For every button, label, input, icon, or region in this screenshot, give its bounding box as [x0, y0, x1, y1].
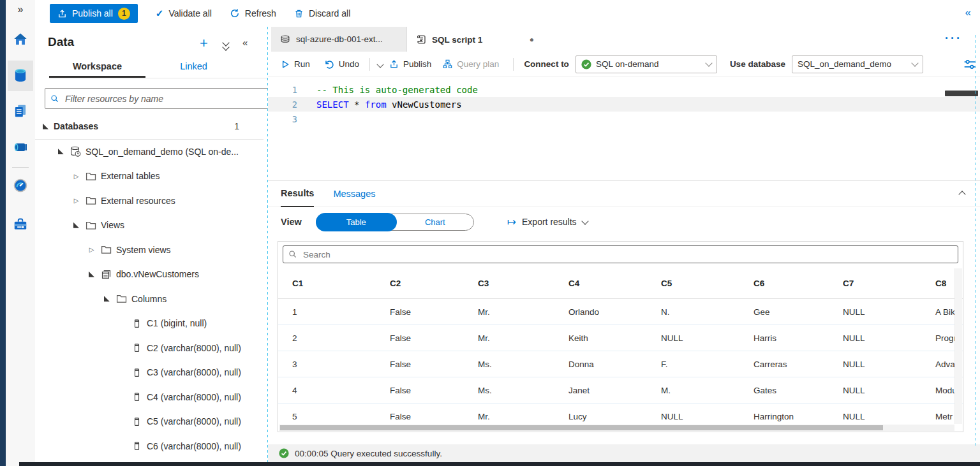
- table-row[interactable]: 1FalseMr.OrlandoN.GeeNULLA Bik: [278, 299, 963, 324]
- pipeline-icon: [12, 139, 29, 157]
- caret-expanded-triangle: [89, 272, 94, 277]
- refresh-button[interactable]: Refresh: [230, 8, 276, 18]
- tree-item[interactable]: ▷External tables: [35, 164, 267, 189]
- tree-item-label: C2 (varchar(8000), null): [147, 343, 241, 353]
- tree-item[interactable]: C2 (varchar(8000), null): [35, 336, 267, 361]
- grid-vertical-scrollbar[interactable]: [954, 268, 962, 424]
- scrollbar-thumb[interactable]: [280, 425, 883, 430]
- nav-manage[interactable]: [8, 212, 33, 237]
- run-button[interactable]: Run: [281, 59, 310, 69]
- undo-dropdown-chevron[interactable]: [376, 61, 383, 68]
- nav-monitor[interactable]: [8, 173, 33, 199]
- window-bottom-edge: [19, 462, 980, 466]
- tab-results[interactable]: Results: [281, 180, 314, 207]
- tree-item-label: External resources: [101, 196, 175, 206]
- search-icon: [288, 250, 297, 259]
- table-row[interactable]: 4FalseMs.JanetM.GatesNULLModu: [278, 377, 963, 403]
- tab-sql-script-1[interactable]: SQL script 1 ●: [407, 27, 543, 52]
- discard-all-label: Discard all: [309, 8, 350, 18]
- toggle-table[interactable]: Table: [316, 213, 397, 231]
- use-database-dropdown[interactable]: SQL_on_demand_demo: [792, 55, 923, 73]
- tree-item[interactable]: ▷System views: [35, 238, 267, 263]
- column-header[interactable]: C1: [292, 279, 390, 288]
- nav-integrate[interactable]: [8, 135, 33, 161]
- tree-item-label: Columns: [131, 294, 167, 304]
- undo-button[interactable]: Undo: [324, 59, 359, 69]
- more-actions-ellipsis[interactable]: ···: [945, 32, 962, 45]
- tree-item[interactable]: C6 (varchar(8000), null): [35, 434, 267, 459]
- discard-all-button[interactable]: Discard all: [294, 8, 350, 18]
- tab-workspace[interactable]: Workspace: [49, 57, 145, 78]
- code-token: vNewCustomers: [387, 99, 462, 110]
- caret-expanded-icon[interactable]: [87, 272, 96, 277]
- code-text: SELECT * from vNewCustomers: [316, 99, 462, 110]
- table-cell: 5: [292, 412, 390, 421]
- table-cell: Harris: [754, 333, 843, 343]
- tree-item[interactable]: C5 (varchar(8000), null): [35, 409, 267, 434]
- code-line[interactable]: 1-- This is auto-generated code: [268, 82, 980, 97]
- table-cell: Carreras: [754, 360, 843, 369]
- caret-collapsed-icon[interactable]: ▷: [87, 246, 96, 253]
- tree-item-count: 1: [234, 121, 239, 131]
- grid-search-input[interactable]: [302, 249, 953, 260]
- folder-icon: [114, 293, 128, 304]
- tree-item[interactable]: C3 (varchar(8000), null): [35, 360, 267, 385]
- code-token: from: [365, 99, 387, 110]
- code-text: -- This is auto-generated code: [316, 85, 478, 95]
- nav-develop[interactable]: [8, 99, 33, 124]
- editor-settings-sliders-icon[interactable]: [963, 58, 976, 71]
- collapse-data-panel-chevron[interactable]: «: [242, 37, 248, 48]
- nav-data[interactable]: [8, 61, 33, 91]
- column-header[interactable]: C2: [390, 279, 478, 288]
- toggle-chart[interactable]: Chart: [397, 217, 473, 227]
- tree-item[interactable]: SQL_on_demand_demo (SQL on-de...: [35, 140, 267, 164]
- tree-item[interactable]: C1 (bigint, null): [35, 311, 267, 336]
- double-chevron-down-icon[interactable]: [223, 41, 228, 50]
- code-line[interactable]: 2SELECT * from vNewCustomers: [268, 97, 980, 112]
- tree-item[interactable]: C4 (varchar(8000), null): [35, 385, 267, 410]
- tab-sql-azure-db[interactable]: sql-azure-db-001-ext...: [271, 27, 407, 52]
- collapse-right-chevron[interactable]: «: [965, 6, 971, 19]
- column-header[interactable]: C7: [843, 279, 935, 288]
- code-token: SELECT: [316, 99, 349, 110]
- query-plan-button[interactable]: Query plan: [443, 59, 499, 69]
- publish-all-button[interactable]: Publish all 1: [50, 4, 138, 23]
- capture-dashed-line: [267, 27, 268, 466]
- tab-linked[interactable]: Linked: [152, 57, 235, 78]
- table-cell: Ms.: [478, 386, 568, 395]
- caret-expanded-icon[interactable]: [71, 222, 81, 228]
- tree-item[interactable]: Columns: [35, 287, 267, 312]
- expand-rail-chevron[interactable]: »: [6, 4, 35, 15]
- tab-messages[interactable]: Messages: [333, 189, 375, 199]
- caret-expanded-icon[interactable]: [56, 149, 66, 154]
- table-cell: Mr.: [478, 333, 568, 343]
- add-icon[interactable]: +: [200, 35, 208, 52]
- sql-code-editor[interactable]: 1-- This is auto-generated code2SELECT *…: [268, 77, 980, 180]
- table-row[interactable]: 2FalseMr.KeithNULLHarrisNULLProgr: [278, 324, 963, 351]
- tree-item[interactable]: Databases1: [35, 114, 264, 140]
- connect-to-dropdown[interactable]: SQL on-demand: [575, 55, 717, 73]
- grid-horizontal-scrollbar[interactable]: [279, 425, 954, 431]
- tree-item[interactable]: dbo.vNewCustomers: [35, 262, 267, 287]
- filter-resources-input[interactable]: [64, 93, 263, 105]
- editor-scrollbar-thumb[interactable]: [945, 91, 978, 96]
- caret-expanded-triangle: [104, 296, 110, 302]
- tree-item[interactable]: ▷External resources: [35, 189, 267, 214]
- column-header[interactable]: C6: [754, 279, 843, 288]
- tree-item[interactable]: Views: [35, 213, 267, 238]
- code-line[interactable]: 3: [268, 112, 980, 126]
- left-nav-rail: »: [6, 0, 36, 466]
- caret-expanded-icon[interactable]: [102, 296, 112, 302]
- caret-collapsed-icon[interactable]: ▷: [71, 197, 81, 204]
- validate-all-button[interactable]: ✓ Validate all: [156, 8, 212, 19]
- export-results-button[interactable]: ↦ Export results: [507, 215, 588, 229]
- nav-home[interactable]: [8, 27, 33, 53]
- column-header[interactable]: C4: [568, 279, 661, 288]
- column-header[interactable]: C3: [478, 279, 568, 288]
- publish-button[interactable]: Publish: [389, 59, 431, 69]
- collapse-results-chevron[interactable]: [958, 191, 965, 198]
- column-header[interactable]: C5: [661, 279, 754, 288]
- table-row[interactable]: 3FalseMs.DonnaF.CarrerasNULLAdva: [278, 351, 963, 377]
- caret-expanded-icon[interactable]: [41, 124, 50, 129]
- caret-collapsed-icon[interactable]: ▷: [71, 173, 81, 180]
